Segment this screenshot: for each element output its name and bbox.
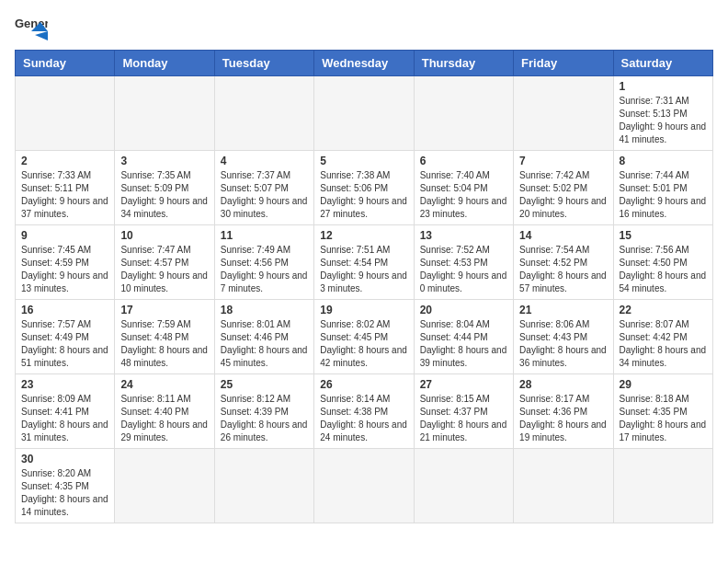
calendar-cell: 3Sunrise: 7:35 AM Sunset: 5:09 PM Daylig… xyxy=(115,151,214,225)
svg-marker-2 xyxy=(35,31,48,40)
day-info: Sunrise: 7:44 AM Sunset: 5:01 PM Dayligh… xyxy=(620,169,707,221)
calendar-cell: 7Sunrise: 7:42 AM Sunset: 5:02 PM Daylig… xyxy=(514,151,613,225)
day-number: 21 xyxy=(519,304,607,316)
day-number: 10 xyxy=(120,229,208,242)
day-number: 13 xyxy=(420,229,507,242)
day-number: 3 xyxy=(120,155,208,167)
calendar-cell: 25Sunrise: 8:12 AM Sunset: 4:39 PM Dayli… xyxy=(214,374,313,449)
day-info: Sunrise: 7:40 AM Sunset: 5:04 PM Dayligh… xyxy=(420,169,507,221)
day-number: 11 xyxy=(221,229,308,242)
day-info: Sunrise: 7:37 AM Sunset: 5:07 PM Dayligh… xyxy=(221,169,308,221)
calendar-week-6: 30Sunrise: 8:20 AM Sunset: 4:35 PM Dayli… xyxy=(16,449,713,523)
calendar-week-1: 1Sunrise: 7:31 AM Sunset: 5:13 PM Daylig… xyxy=(16,76,713,151)
day-info: Sunrise: 7:52 AM Sunset: 4:53 PM Dayligh… xyxy=(420,244,507,295)
calendar-cell: 20Sunrise: 8:04 AM Sunset: 4:44 PM Dayli… xyxy=(414,300,513,374)
calendar-cell: 26Sunrise: 8:14 AM Sunset: 4:38 PM Dayli… xyxy=(314,374,414,449)
calendar-cell: 1Sunrise: 7:31 AM Sunset: 5:13 PM Daylig… xyxy=(613,76,712,151)
day-number: 19 xyxy=(320,304,407,316)
day-header-monday: Monday xyxy=(115,51,214,76)
day-info: Sunrise: 8:11 AM Sunset: 4:40 PM Dayligh… xyxy=(120,393,208,444)
calendar-cell xyxy=(115,76,214,151)
calendar-table: SundayMondayTuesdayWednesdayThursdayFrid… xyxy=(15,50,713,523)
day-number: 14 xyxy=(519,229,607,242)
day-info: Sunrise: 7:59 AM Sunset: 4:48 PM Dayligh… xyxy=(120,318,208,370)
day-info: Sunrise: 7:56 AM Sunset: 4:50 PM Dayligh… xyxy=(620,244,707,295)
day-number: 16 xyxy=(21,304,108,316)
calendar-cell: 5Sunrise: 7:38 AM Sunset: 5:06 PM Daylig… xyxy=(314,151,414,225)
calendar-cell: 30Sunrise: 8:20 AM Sunset: 4:35 PM Dayli… xyxy=(16,449,115,523)
day-number: 6 xyxy=(420,155,507,167)
day-header-wednesday: Wednesday xyxy=(314,51,414,76)
day-info: Sunrise: 8:14 AM Sunset: 4:38 PM Dayligh… xyxy=(320,393,407,444)
calendar-cell: 13Sunrise: 7:52 AM Sunset: 4:53 PM Dayli… xyxy=(414,225,513,300)
calendar-cell xyxy=(16,76,115,151)
day-info: Sunrise: 7:49 AM Sunset: 4:56 PM Dayligh… xyxy=(221,244,308,295)
calendar-cell xyxy=(414,449,513,523)
day-number: 15 xyxy=(620,229,707,242)
calendar-cell: 16Sunrise: 7:57 AM Sunset: 4:49 PM Dayli… xyxy=(16,300,115,374)
calendar-cell: 23Sunrise: 8:09 AM Sunset: 4:41 PM Dayli… xyxy=(16,374,115,449)
day-number: 8 xyxy=(620,155,707,167)
calendar-cell: 22Sunrise: 8:07 AM Sunset: 4:42 PM Dayli… xyxy=(613,300,712,374)
calendar-cell: 21Sunrise: 8:06 AM Sunset: 4:43 PM Dayli… xyxy=(514,300,613,374)
day-header-thursday: Thursday xyxy=(414,51,513,76)
calendar-cell xyxy=(414,76,513,151)
calendar-cell: 29Sunrise: 8:18 AM Sunset: 4:35 PM Dayli… xyxy=(613,374,712,449)
day-number: 5 xyxy=(320,155,407,167)
day-number: 30 xyxy=(21,453,108,465)
calendar-cell xyxy=(214,449,313,523)
calendar-week-3: 9Sunrise: 7:45 AM Sunset: 4:59 PM Daylig… xyxy=(16,225,713,300)
calendar-cell: 27Sunrise: 8:15 AM Sunset: 4:37 PM Dayli… xyxy=(414,374,513,449)
calendar-cell xyxy=(613,449,712,523)
day-number: 28 xyxy=(519,378,607,391)
calendar-cell: 10Sunrise: 7:47 AM Sunset: 4:57 PM Dayli… xyxy=(115,225,214,300)
day-number: 18 xyxy=(221,304,308,316)
day-info: Sunrise: 7:47 AM Sunset: 4:57 PM Dayligh… xyxy=(120,244,208,295)
day-info: Sunrise: 7:31 AM Sunset: 5:13 PM Dayligh… xyxy=(620,95,707,146)
day-info: Sunrise: 8:15 AM Sunset: 4:37 PM Dayligh… xyxy=(420,393,507,444)
day-header-tuesday: Tuesday xyxy=(214,51,313,76)
day-info: Sunrise: 7:33 AM Sunset: 5:11 PM Dayligh… xyxy=(21,169,108,221)
day-info: Sunrise: 7:42 AM Sunset: 5:02 PM Dayligh… xyxy=(519,169,607,221)
calendar-cell: 12Sunrise: 7:51 AM Sunset: 4:54 PM Dayli… xyxy=(314,225,414,300)
day-number: 20 xyxy=(420,304,507,316)
day-info: Sunrise: 7:57 AM Sunset: 4:49 PM Dayligh… xyxy=(21,318,108,370)
day-info: Sunrise: 7:45 AM Sunset: 4:59 PM Dayligh… xyxy=(21,244,108,295)
day-number: 17 xyxy=(120,304,208,316)
day-number: 1 xyxy=(620,80,707,93)
day-number: 27 xyxy=(420,378,507,391)
calendar-cell: 11Sunrise: 7:49 AM Sunset: 4:56 PM Dayli… xyxy=(214,225,313,300)
calendar-cell xyxy=(214,76,313,151)
calendar-cell: 2Sunrise: 7:33 AM Sunset: 5:11 PM Daylig… xyxy=(16,151,115,225)
day-info: Sunrise: 8:18 AM Sunset: 4:35 PM Dayligh… xyxy=(620,393,707,444)
day-number: 2 xyxy=(21,155,108,167)
day-info: Sunrise: 7:35 AM Sunset: 5:09 PM Dayligh… xyxy=(120,169,208,221)
day-info: Sunrise: 7:51 AM Sunset: 4:54 PM Dayligh… xyxy=(320,244,407,295)
day-info: Sunrise: 8:07 AM Sunset: 4:42 PM Dayligh… xyxy=(620,318,707,370)
calendar-cell xyxy=(514,76,613,151)
calendar-cell: 4Sunrise: 7:37 AM Sunset: 5:07 PM Daylig… xyxy=(214,151,313,225)
day-number: 4 xyxy=(221,155,308,167)
logo: General xyxy=(15,15,51,40)
calendar-cell: 6Sunrise: 7:40 AM Sunset: 5:04 PM Daylig… xyxy=(414,151,513,225)
day-header-friday: Friday xyxy=(514,51,613,76)
calendar-week-2: 2Sunrise: 7:33 AM Sunset: 5:11 PM Daylig… xyxy=(16,151,713,225)
day-info: Sunrise: 8:04 AM Sunset: 4:44 PM Dayligh… xyxy=(420,318,507,370)
day-number: 9 xyxy=(21,229,108,242)
day-number: 26 xyxy=(320,378,407,391)
day-header-sunday: Sunday xyxy=(16,51,115,76)
day-number: 25 xyxy=(221,378,308,391)
day-info: Sunrise: 8:12 AM Sunset: 4:39 PM Dayligh… xyxy=(221,393,308,444)
calendar-cell: 9Sunrise: 7:45 AM Sunset: 4:59 PM Daylig… xyxy=(16,225,115,300)
calendar-cell: 28Sunrise: 8:17 AM Sunset: 4:36 PM Dayli… xyxy=(514,374,613,449)
day-info: Sunrise: 8:09 AM Sunset: 4:41 PM Dayligh… xyxy=(21,393,108,444)
day-info: Sunrise: 8:17 AM Sunset: 4:36 PM Dayligh… xyxy=(519,393,607,444)
calendar-cell: 14Sunrise: 7:54 AM Sunset: 4:52 PM Dayli… xyxy=(514,225,613,300)
calendar-cell xyxy=(514,449,613,523)
calendar-cell xyxy=(115,449,214,523)
day-number: 24 xyxy=(120,378,208,391)
calendar-cell: 19Sunrise: 8:02 AM Sunset: 4:45 PM Dayli… xyxy=(314,300,414,374)
day-info: Sunrise: 8:20 AM Sunset: 4:35 PM Dayligh… xyxy=(21,467,108,519)
calendar-cell: 24Sunrise: 8:11 AM Sunset: 4:40 PM Dayli… xyxy=(115,374,214,449)
calendar-cell: 17Sunrise: 7:59 AM Sunset: 4:48 PM Dayli… xyxy=(115,300,214,374)
